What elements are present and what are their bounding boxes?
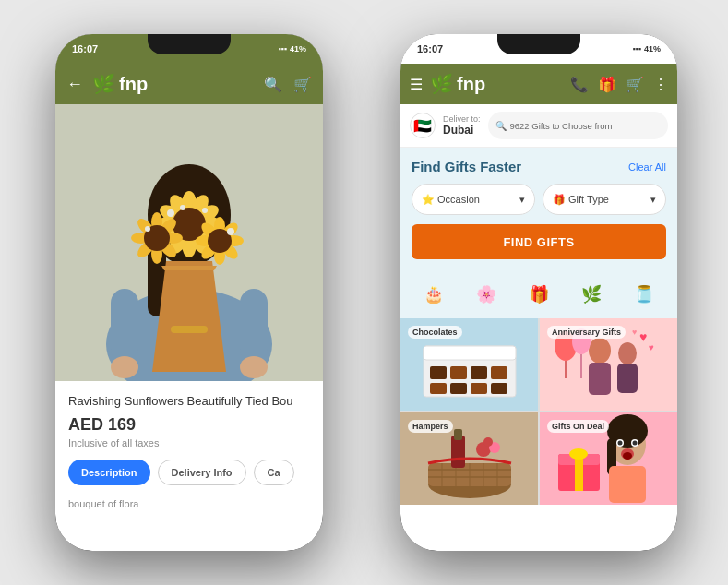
product-info: Ravishing Sunflowers Beautifully Tied Bo…: [55, 381, 323, 448]
find-gifts-section: Find Gifts Faster Clear All ⭐ Occasion ▾…: [400, 148, 677, 270]
svg-point-47: [145, 226, 150, 232]
gift-icon[interactable]: 🎁: [598, 76, 616, 93]
product-image: [55, 104, 323, 381]
svg-rect-57: [430, 383, 447, 394]
svg-rect-52: [424, 346, 516, 360]
svg-point-62: [589, 338, 611, 364]
chevron-down-icon-occasion: ▾: [519, 194, 525, 206]
svg-point-97: [633, 441, 638, 446]
phone-1: 16:07 ▪▪▪ 41% ← 🌿 fnp 🔍 🛒: [55, 34, 323, 551]
svg-text:♥: ♥: [639, 329, 647, 344]
back-button[interactable]: ←: [66, 75, 83, 94]
svg-rect-101: [575, 454, 583, 491]
gift-card-anniversary[interactable]: ♥ ♥ ♥ Anniversary Gifts: [540, 318, 677, 411]
svg-rect-98: [609, 466, 646, 503]
svg-rect-60: [491, 383, 507, 394]
status-icons-1: ▪▪▪ 41%: [278, 44, 306, 54]
find-gifts-title: Find Gifts Faster: [412, 159, 521, 174]
svg-marker-9: [161, 266, 217, 270]
svg-text:♥: ♥: [632, 328, 637, 337]
gift-card-deals[interactable]: Gifts On Deal: [540, 412, 677, 505]
find-gifts-header: Find Gifts Faster Clear All: [412, 159, 666, 174]
category-icon-flowers[interactable]: 🌸: [470, 278, 503, 311]
svg-rect-59: [471, 383, 487, 394]
header-bar-1: ← 🌿 fnp 🔍 🛒: [55, 64, 323, 104]
phone-2: 16:07 ▪▪▪ 41% ☰ 🌿 fnp 📞 🎁 🛒 ⋮: [400, 34, 677, 551]
category-icons-row: 🎂 🌸 🎁 🌿 🫙: [400, 270, 677, 318]
svg-rect-58: [450, 383, 467, 394]
tab-delivery-info[interactable]: Delivery Info: [158, 460, 246, 485]
category-icon-plant[interactable]: 🌿: [575, 278, 608, 311]
svg-point-6: [111, 356, 138, 378]
gift-type-filter[interactable]: 🎁 Gift Type ▾: [543, 184, 666, 215]
svg-rect-84: [454, 429, 462, 440]
logo-icon-2: 🌿: [430, 73, 453, 95]
flag-circle: 🇦🇪: [410, 113, 436, 138]
menu-icon[interactable]: ☰: [410, 76, 423, 93]
product-title: Ravishing Sunflowers Beautifully Tied Bo…: [68, 394, 310, 410]
chevron-down-icon-gifttype: ▾: [650, 194, 656, 206]
notch-1: [148, 34, 231, 54]
category-icon-cake[interactable]: 🎂: [417, 278, 450, 311]
gift-card-anniversary-title: Anniversary Gifts: [547, 326, 626, 339]
product-price: AED 169: [68, 415, 310, 435]
svg-point-102: [569, 448, 588, 460]
gift-card-deals-title: Gifts On Deal: [547, 420, 609, 433]
clear-all-button[interactable]: Clear All: [628, 161, 666, 173]
more-icon[interactable]: ⋮: [653, 76, 668, 93]
svg-rect-4: [111, 289, 138, 363]
svg-point-45: [167, 209, 174, 217]
fnp-logo-2: 🌿 fnp: [430, 73, 485, 95]
svg-rect-56: [491, 366, 507, 379]
svg-point-64: [618, 342, 637, 364]
tab-buttons: Description Delivery Info Ca: [55, 460, 323, 495]
svg-point-7: [240, 356, 268, 378]
svg-rect-63: [589, 363, 611, 395]
cart-icon-1[interactable]: 🛒: [293, 76, 312, 93]
gift-card-hampers[interactable]: Hampers: [400, 412, 538, 505]
svg-point-93: [623, 452, 632, 460]
svg-rect-65: [617, 364, 638, 393]
bouquet-svg: [55, 104, 323, 381]
svg-point-46: [202, 208, 208, 213]
header-icons-1: 🔍 🛒: [264, 76, 312, 93]
time-2: 16:07: [417, 43, 443, 54]
fnp-logo-1: 🌿 fnp: [92, 73, 148, 95]
scene: 16:07 ▪▪▪ 41% ← 🌿 fnp 🔍 🛒: [0, 0, 728, 585]
svg-point-95: [618, 441, 623, 446]
svg-rect-53: [430, 366, 447, 379]
category-icon-gift[interactable]: 🎁: [522, 278, 555, 311]
category-icon-jar[interactable]: 🫙: [627, 278, 661, 311]
deliver-text: Deliver to: Dubai: [443, 114, 481, 137]
svg-rect-10: [171, 326, 208, 333]
product-tax: Inclusive of all taxes: [68, 437, 310, 448]
notch-2: [497, 34, 580, 54]
svg-point-49: [180, 205, 185, 210]
time-1: 16:07: [72, 43, 98, 54]
svg-rect-55: [471, 366, 487, 379]
svg-point-87: [483, 437, 493, 447]
svg-rect-5: [240, 289, 268, 363]
occasion-filter[interactable]: ⭐ Occasion ▾: [412, 184, 535, 215]
phone-icon[interactable]: 📞: [570, 76, 589, 93]
cart-icon-2[interactable]: 🛒: [626, 76, 644, 93]
logo-icon-1: 🌿: [92, 73, 115, 95]
svg-rect-54: [450, 366, 467, 379]
deliver-bar: 🇦🇪 Deliver to: Dubai 🔍 9622 Gifts to Cho…: [400, 104, 677, 148]
header-bar-2: ☰ 🌿 fnp 📞 🎁 🛒 ⋮: [400, 64, 677, 104]
svg-text:♥: ♥: [649, 342, 654, 352]
tab-ca[interactable]: Ca: [254, 460, 294, 485]
tab-description[interactable]: Description: [68, 460, 150, 485]
gift-card-chocolates-title: Chocolates: [408, 326, 462, 339]
gift-grid: Chocolates ♥ ♥ ♥: [400, 318, 677, 505]
header-icons-2: 📞 🎁 🛒 ⋮: [570, 76, 668, 93]
status-icons-2: ▪▪▪ 41%: [632, 44, 661, 54]
svg-rect-83: [451, 436, 465, 468]
find-gifts-button[interactable]: FIND GIFTS: [412, 224, 666, 259]
gift-card-chocolates[interactable]: Chocolates: [400, 318, 538, 411]
search-icon-2: 🔍: [495, 121, 507, 131]
bouquet-bottom-text: bouquet of flora: [55, 495, 323, 513]
search-bar-2[interactable]: 🔍 9622 Gifts to Choose from: [488, 112, 668, 139]
search-icon-1[interactable]: 🔍: [264, 76, 282, 93]
gift-card-hampers-title: Hampers: [408, 420, 453, 433]
